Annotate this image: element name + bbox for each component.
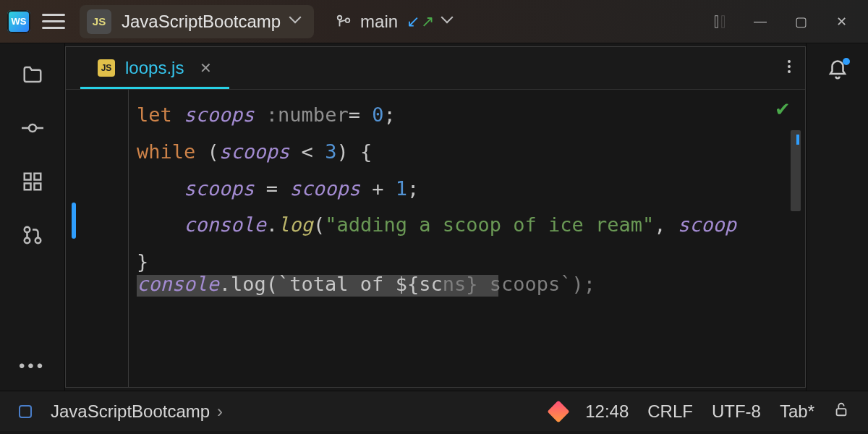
chevron-down-icon[interactable] bbox=[443, 16, 454, 27]
indent-setting[interactable]: Tab* bbox=[780, 401, 814, 422]
project-tool-icon[interactable] bbox=[22, 64, 43, 85]
project-name: JavaScriptBootcamp bbox=[122, 12, 281, 32]
svg-rect-9 bbox=[24, 184, 30, 190]
main-menu-button[interactable] bbox=[42, 9, 68, 35]
app-logo[interactable]: WS bbox=[7, 10, 30, 33]
vcs-update-icon[interactable]: ↙↗ bbox=[407, 12, 434, 31]
notifications-button[interactable] bbox=[827, 59, 848, 81]
left-tool-rail: ••• bbox=[0, 43, 65, 391]
svg-point-1 bbox=[346, 18, 350, 22]
svg-rect-2 bbox=[715, 15, 718, 27]
cursor-position[interactable]: 12:48 bbox=[585, 401, 629, 422]
pull-requests-tool-icon[interactable] bbox=[22, 224, 43, 246]
svg-point-0 bbox=[338, 15, 342, 20]
tab-loops-js[interactable]: JS loops.js ✕ bbox=[80, 47, 229, 89]
run-debug-icon[interactable] bbox=[712, 14, 728, 30]
file-encoding[interactable]: UTF-8 bbox=[712, 401, 761, 422]
commit-tool-icon[interactable] bbox=[22, 117, 43, 139]
svg-point-11 bbox=[24, 227, 30, 233]
svg-point-12 bbox=[24, 238, 30, 244]
gutter-divider bbox=[128, 90, 129, 387]
git-branch-widget[interactable]: main ↙↗ bbox=[336, 12, 454, 32]
breadcrumb[interactable]: JavaScriptBootcamp › bbox=[51, 401, 223, 422]
inspection-ok-icon[interactable]: ✔ bbox=[775, 98, 791, 121]
structure-tool-icon[interactable] bbox=[22, 171, 43, 192]
svg-rect-3 bbox=[722, 15, 725, 27]
statusbar: JavaScriptBootcamp › 12:48 CRLF UTF-8 Ta… bbox=[0, 391, 868, 431]
line-separator[interactable]: CRLF bbox=[647, 401, 693, 422]
svg-rect-10 bbox=[34, 184, 41, 190]
breadcrumb-project: JavaScriptBootcamp bbox=[51, 401, 210, 422]
git-branch-icon bbox=[336, 14, 352, 30]
tab-label: loops.js bbox=[125, 58, 184, 78]
svg-rect-7 bbox=[24, 174, 30, 180]
code-content[interactable]: let scoops :number= 0; while (scoops < 3… bbox=[66, 90, 805, 288]
close-button[interactable]: ✕ bbox=[835, 15, 848, 28]
branch-name: main bbox=[360, 12, 398, 32]
code-editor[interactable]: ✔ let scoops :number= 0; while (scoops <… bbox=[66, 89, 805, 387]
project-selector[interactable]: JS JavaScriptBootcamp bbox=[80, 5, 314, 38]
scrollbar[interactable] bbox=[791, 130, 801, 211]
editor-tabs: JS loops.js ✕ bbox=[66, 47, 805, 89]
notification-dot-icon bbox=[843, 58, 850, 65]
minimize-button[interactable]: ― bbox=[754, 15, 767, 28]
editor-area: JS loops.js ✕ ✔ let scoops :number= 0; w… bbox=[65, 46, 806, 388]
svg-point-13 bbox=[35, 238, 41, 244]
window-controls: ― ▢ ✕ bbox=[754, 15, 848, 28]
tab-options-button[interactable] bbox=[788, 60, 791, 73]
more-tools-button[interactable]: ••• bbox=[19, 356, 46, 376]
right-tool-rail bbox=[806, 43, 868, 391]
readonly-lock-icon[interactable] bbox=[833, 401, 849, 422]
svg-point-4 bbox=[29, 124, 36, 132]
breadcrumb-separator: › bbox=[217, 401, 223, 422]
js-badge-icon: JS bbox=[87, 9, 111, 34]
change-marker bbox=[72, 203, 76, 239]
tab-close-icon[interactable]: ✕ bbox=[200, 59, 212, 77]
svg-rect-8 bbox=[34, 174, 41, 180]
tool-window-toggle-icon[interactable] bbox=[19, 405, 32, 418]
svg-rect-14 bbox=[837, 409, 846, 415]
maximize-button[interactable]: ▢ bbox=[794, 15, 807, 28]
titlebar: WS JS JavaScriptBootcamp main ↙↗ ― ▢ ✕ bbox=[0, 0, 868, 43]
js-file-icon: JS bbox=[98, 59, 115, 77]
ai-assistant-icon[interactable] bbox=[548, 400, 570, 422]
chevron-down-icon bbox=[291, 16, 302, 27]
partial-code-line: console.log(`total of ${scns} scoops`); bbox=[137, 273, 595, 295]
